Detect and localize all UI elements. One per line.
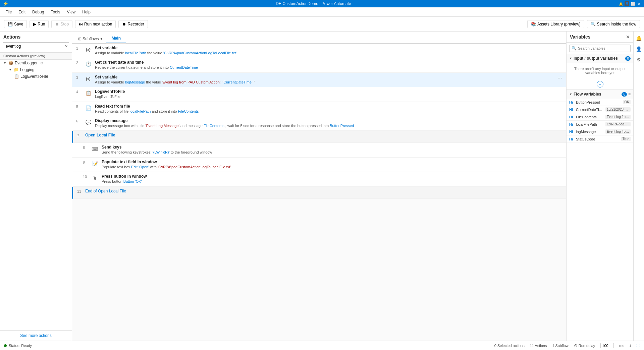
- action-content: LogEventToFile LogEventToFile: [95, 89, 562, 99]
- flow-section-badge: 6: [622, 92, 627, 97]
- selected-actions: 0 Selected actions: [494, 344, 525, 348]
- action-number: 3: [76, 75, 84, 79]
- menu-edit[interactable]: Edit: [16, 9, 28, 15]
- eventlogger-label: EventLogger: [15, 61, 38, 65]
- action-title: Display message: [95, 118, 562, 123]
- search-clear-icon[interactable]: ✕: [65, 44, 68, 49]
- see-more-actions-link[interactable]: See more actions: [20, 333, 51, 338]
- menu-debug[interactable]: Debug: [30, 9, 47, 15]
- search-input[interactable]: [3, 42, 69, 50]
- action-desc: Assign to variable logMessage the value …: [95, 80, 562, 85]
- flow-var-value: Event log from PAD...: [605, 129, 631, 134]
- flow-var-value: Event log from PAD...: [605, 115, 631, 119]
- close-icon[interactable]: ✕: [637, 1, 641, 6]
- variables-close-icon[interactable]: ✕: [626, 34, 630, 40]
- menu-tools[interactable]: Tools: [48, 9, 63, 15]
- run-next-button[interactable]: ⏭ Run next action: [75, 20, 116, 28]
- settings-icon[interactable]: ⚙: [635, 56, 643, 64]
- user-icon[interactable]: 👤: [625, 1, 629, 6]
- flow-variables-section: ▼ Flow variables 6 ≡ Hi ButtonPressed OK…: [567, 90, 633, 143]
- flow-var-name: CurrentDateTi...: [576, 108, 604, 112]
- run-delay-unit: ms: [619, 344, 624, 348]
- person-icon[interactable]: 👤: [635, 45, 643, 53]
- var-search-input[interactable]: [578, 46, 628, 50]
- search-flow-button[interactable]: 🔍 Search inside the flow: [587, 20, 640, 28]
- action-title: Set variable: [95, 75, 562, 79]
- titlebar-controls[interactable]: 🔔 👤 ⬜ ✕: [619, 1, 641, 6]
- subflows-label: Subflows: [83, 37, 99, 41]
- flow-section-header[interactable]: ▼ Flow variables 6 ≡: [567, 90, 633, 99]
- subflows-count: 1 Subflow: [552, 344, 568, 348]
- var-link: localFilePath: [125, 51, 146, 55]
- var-link: logMessage: [125, 80, 145, 84]
- logging-icon: 📁: [14, 67, 19, 72]
- stop-icon: ⏹: [55, 22, 59, 26]
- tree-item-logging[interactable]: ▼ 📁 Logging: [0, 66, 72, 73]
- action-title: Send keys: [102, 145, 562, 150]
- var-link: '{LWin}{R}': [153, 150, 170, 154]
- action-content: Populate text field in window Populate t…: [102, 160, 562, 170]
- canvas-area: ⊞ Subflows ▼ Main 1 {x} Set variable Ass…: [72, 32, 566, 341]
- filter-icon[interactable]: ≡: [628, 92, 631, 97]
- input-output-section-header[interactable]: ▼ Input / output variables 0: [567, 54, 633, 63]
- flow-var-type-icon: Hi: [569, 130, 575, 134]
- assets-library-button[interactable]: 📚 Assets Library (preview): [527, 20, 584, 28]
- flow-var-item: Hi StatusCode True: [567, 135, 633, 143]
- add-io-variable-icon[interactable]: +: [597, 81, 603, 88]
- action-row: 9 📝 Populate text field in window Popula…: [72, 158, 566, 172]
- flow-var-type-icon: Hi: [569, 115, 575, 119]
- run-icon: ▶: [33, 22, 36, 26]
- stop-label: Stop: [60, 22, 69, 26]
- run-delay-label: ⏱ Run delay: [574, 344, 595, 348]
- canvas-tabs: ⊞ Subflows ▼ Main: [72, 32, 566, 44]
- set-variable-icon2: {x}: [84, 75, 92, 83]
- var-link: Edit 'Open': [131, 165, 149, 169]
- action-desc: Press button Button 'OK': [102, 179, 562, 184]
- custom-actions-label: Custom Actions (preview): [0, 52, 72, 60]
- save-button[interactable]: 💾 Save: [4, 20, 27, 28]
- action-number: 11: [77, 189, 85, 193]
- notifications-icon[interactable]: 🔔: [635, 34, 643, 42]
- var-link2: CurrentDateTime: [223, 80, 252, 84]
- menu-file[interactable]: File: [3, 9, 14, 15]
- stop-button[interactable]: ⏹ Stop: [51, 20, 72, 28]
- input-output-section: ▼ Input / output variables 0 There aren'…: [567, 54, 633, 90]
- menubar: File Edit Debug Tools View Help: [0, 7, 644, 17]
- recorder-button[interactable]: ⏺ Recorder: [118, 20, 148, 28]
- action-content: Set variable Assign to variable localFil…: [95, 46, 562, 56]
- more-options-icon[interactable]: ⋯: [557, 75, 562, 81]
- action-title: Press button in window: [102, 174, 562, 179]
- action-row: 1 {x} Set variable Assign to variable lo…: [72, 44, 566, 58]
- run-label: Run: [38, 22, 45, 26]
- tree-item-eventlogger[interactable]: ▼ 📦 EventLogger ⚙: [0, 60, 72, 66]
- action-title: Set variable: [95, 46, 562, 50]
- expand-icon[interactable]: ⛶: [636, 344, 640, 348]
- app-icon: ⚡: [3, 1, 8, 6]
- section-end-open-local-file: 11 End of Open Local File: [72, 187, 566, 199]
- subflows-button[interactable]: ⊞ Subflows ▼: [75, 35, 106, 43]
- run-button[interactable]: ▶ Run: [30, 20, 49, 28]
- tree-item-logeventtofile[interactable]: 📋 LogEventToFile: [0, 73, 72, 80]
- logging-label: Logging: [20, 67, 35, 72]
- datetime-icon: 🕐: [84, 60, 92, 68]
- menu-view[interactable]: View: [64, 9, 78, 15]
- flow-var-name: logMessage: [576, 130, 604, 134]
- minimize-icon[interactable]: 🔔: [619, 1, 623, 6]
- assets-label: Assets Library (preview): [537, 22, 581, 26]
- settings-icon[interactable]: ⚙: [40, 61, 44, 65]
- io-section-badge: 0: [625, 56, 631, 61]
- run-next-label: Run next action: [84, 22, 112, 26]
- action-number: 7: [77, 133, 85, 137]
- section-open-local-file: 7 Open Local File: [72, 131, 566, 143]
- run-delay-input[interactable]: [600, 343, 614, 348]
- restore-icon[interactable]: ⬜: [631, 1, 635, 6]
- help-icon[interactable]: ℹ: [630, 343, 631, 348]
- action-content: Open Local File: [85, 133, 562, 137]
- action-row: 8 ⌨ Send keys Send the following keystro…: [72, 143, 566, 157]
- tab-main[interactable]: Main: [106, 34, 126, 43]
- menu-help[interactable]: Help: [79, 9, 93, 15]
- main-layout: Actions ✕ Custom Actions (preview) ▼ 📦 E…: [0, 32, 644, 341]
- action-desc: Populate text box Edit 'Open' with 'C:\R…: [102, 165, 562, 170]
- action-desc: Retrieve the current datetime and store …: [95, 65, 562, 70]
- flow-var-item: Hi localFilePath C:\RPA\padCusto...: [567, 121, 633, 128]
